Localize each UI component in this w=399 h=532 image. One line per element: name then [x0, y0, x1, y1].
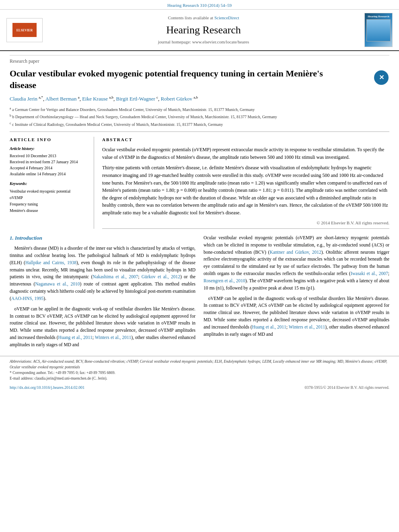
ref-gurkov2012[interactable]: Gürkov et al., 2012	[142, 274, 180, 279]
footnotes-section: Abbreviations: ACS, Air-conducted sound;…	[0, 356, 399, 382]
paper-title: Ocular vestibular evoked myogenic potent…	[10, 68, 336, 91]
ref-winters2[interactable]: Winters et al., 2011	[289, 325, 325, 329]
body-two-col: 1. Introduction Menière's disease (MD) i…	[10, 234, 389, 352]
body-para-right-2: oVEMP can be applied in the diagnostic w…	[204, 295, 389, 338]
paper-title-row: Ocular vestibular evoked myogenic potent…	[10, 68, 389, 91]
section1-text-left: Menière's disease (MD) is a disorder of …	[10, 245, 195, 348]
corresponding-note: * Corresponding author. Tel.: +49 89 709…	[10, 370, 389, 376]
keyword-1: Vestibular evoked myogenic potential	[10, 188, 88, 195]
ref-aaohs[interactable]: AAO-HNS, 1995	[11, 296, 44, 301]
author-birgit[interactable]: Birgit Ertl-Wagner	[116, 96, 155, 102]
abstract-heading: ABSTRACT	[102, 137, 389, 143]
ref-hallpike[interactable]: Hallpike and Cairns, 1938	[25, 260, 76, 265]
affiliations-block: a a German Center for Vertigo and Balanc…	[10, 106, 389, 127]
keywords-block: Keywords: Vestibular evoked myogenic pot…	[10, 181, 88, 214]
footer-doi: http://dx.doi.org/10.1016/j.heares.2014.…	[10, 385, 84, 390]
article-info-heading: ARTICLE INFO	[10, 137, 88, 143]
ref-huang[interactable]: Huang et al., 2011	[58, 335, 93, 340]
ref-nakashima[interactable]: Nakashima et al., 2007	[93, 274, 138, 279]
ref-rosengren[interactable]: Rosengren et al., 2010	[204, 278, 245, 283]
authors-list: Claudia Jerin a,*, Albert Berman a, Eike…	[10, 95, 389, 103]
top-bar: Hearing Research 310 (2014) 54–59	[0, 0, 399, 10]
abstract-column: ABSTRACT Ocular vestibular evoked myogen…	[102, 137, 389, 229]
elsevier-logo-image: ELSEVIER	[12, 23, 37, 37]
keywords-label: Keywords:	[10, 181, 88, 187]
article-info-column: ARTICLE INFO Article history: Received 1…	[10, 137, 94, 229]
journal-title: Hearing Research	[166, 23, 241, 37]
elsevier-logo: ELSEVIER	[6, 18, 43, 42]
journal-reference: Hearing Research 310 (2014) 54–59	[167, 3, 232, 8]
article-info-abstract: ARTICLE INFO Article history: Received 1…	[10, 131, 389, 229]
journal-cover-image: Hearing Research	[364, 13, 393, 47]
accepted-date: Accepted 4 February 2014	[10, 165, 88, 171]
body-para-2: oVEMP can be applied in the diagnostic w…	[10, 306, 195, 349]
doi-link[interactable]: http://dx.doi.org/10.1016/j.heares.2014.…	[10, 385, 84, 390]
body-para-right-1: Ocular vestibular evoked myogenic potent…	[204, 234, 389, 292]
body-col-left: 1. Introduction Menière's disease (MD) i…	[10, 234, 195, 352]
online-date: Available online 14 February 2014	[10, 171, 88, 177]
abbreviations-note: Abbreviations: ACS, Air-conducted sound;…	[10, 359, 389, 370]
journal-header: ELSEVIER Contents lists available at Sci…	[0, 10, 399, 51]
keyword-4: Menière's disease	[10, 207, 88, 214]
keyword-3: Frequency tuning	[10, 201, 88, 207]
abstract-para-1: Ocular vestibular evoked myogenic potent…	[102, 146, 389, 161]
paper-type-label: Research paper	[10, 55, 389, 65]
copyright-notice: © 2014 Elsevier B.V. All rights reserved…	[102, 220, 389, 229]
crossmark-container[interactable]: ✕	[373, 70, 389, 86]
affiliation-c: c c Institute of Clinical Radiology, Gro…	[10, 121, 389, 127]
crossmark-icon: ✕	[374, 70, 389, 85]
abstract-text: Ocular vestibular evoked myogenic potent…	[102, 146, 389, 216]
body-section: 1. Introduction Menière's disease (MD) i…	[0, 229, 399, 352]
author-claudia[interactable]: Claudia Jerin	[10, 96, 37, 102]
author-robert[interactable]: Robert Gürkov	[161, 96, 192, 102]
ref-naganawa[interactable]: Naganawa et al., 2010	[35, 281, 80, 286]
history-label: Article history:	[10, 146, 88, 152]
ref-kantner[interactable]: Kantner and Gürkov, 2012	[269, 250, 321, 255]
affiliation-b: b b Department of Otorhinolaryngology — …	[10, 113, 389, 120]
page-footer: http://dx.doi.org/10.1016/j.heares.2014.…	[0, 382, 399, 393]
ref-winters[interactable]: Winters et al., 2011	[95, 335, 131, 340]
revised-date: Received in revised form 27 January 2014	[10, 159, 88, 165]
abstract-para-2: Thirty-nine patients with certain Menièr…	[102, 164, 389, 216]
section1-text-right: Ocular vestibular evoked myogenic potent…	[204, 234, 389, 338]
body-col-right: Ocular vestibular evoked myogenic potent…	[204, 234, 389, 352]
section1-heading: 1. Introduction	[10, 234, 195, 242]
affiliation-a: a a German Center for Vertigo and Balanc…	[10, 106, 389, 113]
cover-title-text: Hearing Research	[368, 15, 389, 18]
paper-section: Research paper Ocular vestibular evoked …	[0, 51, 399, 229]
cover-thumbnail	[366, 19, 391, 41]
received-date: Received 10 December 2013	[10, 153, 88, 159]
journal-title-block: Contents lists available at ScienceDirec…	[47, 13, 360, 47]
elsevier-logo-container: ELSEVIER	[6, 13, 43, 47]
email-note: E-mail address: claudia.jerin@med.uni-mu…	[10, 376, 389, 381]
journal-homepage: journal homepage: www.elsevier.com/locat…	[158, 39, 249, 45]
article-history: Article history: Received 10 December 20…	[10, 146, 88, 177]
ref-iwasaki[interactable]: Iwasaki et al., 2007	[351, 271, 388, 276]
journal-cover-container: Hearing Research	[364, 13, 393, 47]
svg-text:ELSEVIER: ELSEVIER	[16, 29, 33, 32]
ref-huang2[interactable]: Huang et al., 2011	[252, 325, 286, 329]
author-albert[interactable]: Albert Berman	[45, 96, 77, 102]
body-para-1: Menière's disease (MD) is a disorder of …	[10, 245, 195, 302]
author-eike[interactable]: Eike Krause	[82, 96, 108, 102]
sciencedirect-link[interactable]: ScienceDirect	[214, 15, 239, 20]
footer-issn: 0378-5955/© 2014 Elsevier B.V. All right…	[305, 385, 389, 390]
keyword-2: oVEMP	[10, 195, 88, 201]
contents-available: Contents lists available at ScienceDirec…	[168, 15, 239, 21]
